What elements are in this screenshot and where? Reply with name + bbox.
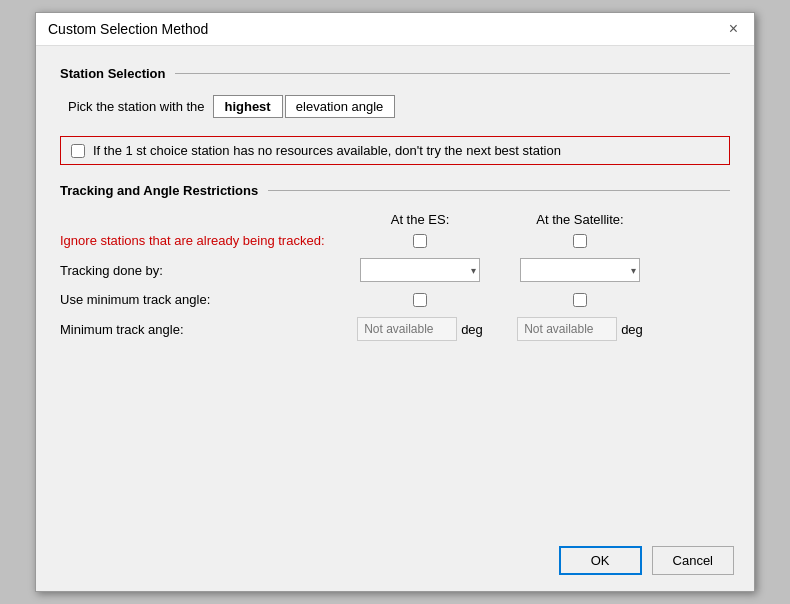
title-bar: Custom Selection Method × bbox=[36, 13, 754, 46]
pick-station-label: Pick the station with the bbox=[68, 99, 205, 114]
deg-label-sat: deg bbox=[621, 322, 643, 337]
tracking-section-divider bbox=[268, 190, 730, 191]
ignore-stations-label: Ignore stations that are already being t… bbox=[60, 233, 340, 248]
highest-button[interactable]: highest bbox=[213, 95, 283, 118]
min-track-angle-es-input[interactable] bbox=[357, 317, 457, 341]
deg-label-es: deg bbox=[461, 322, 483, 337]
ignore-stations-sat-cell bbox=[500, 234, 660, 248]
close-button[interactable]: × bbox=[725, 21, 742, 37]
tracking-done-es-select-wrapper: ▾ bbox=[360, 258, 480, 282]
min-track-angle-value-row: Minimum track angle: deg deg bbox=[60, 317, 730, 341]
tracking-done-sat-cell: ▾ bbox=[500, 258, 660, 282]
elevation-angle-button[interactable]: elevation angle bbox=[285, 95, 395, 118]
dialog-footer: OK Cancel bbox=[36, 536, 754, 591]
tracking-done-es-select[interactable] bbox=[360, 258, 480, 282]
col-header-satellite: At the Satellite: bbox=[500, 212, 660, 227]
min-track-angle-sat-checkbox[interactable] bbox=[573, 293, 587, 307]
min-track-angle-value-cells: deg deg bbox=[340, 317, 730, 341]
ignore-stations-sat-checkbox[interactable] bbox=[573, 234, 587, 248]
station-selection-header: Station Selection bbox=[60, 66, 730, 81]
tracking-done-sat-select[interactable] bbox=[520, 258, 640, 282]
no-fallback-checkbox-row: If the 1 st choice station has no resour… bbox=[60, 136, 730, 165]
min-track-angle-es-value-cell: deg bbox=[340, 317, 500, 341]
tracking-done-es-cell: ▾ bbox=[340, 258, 500, 282]
min-track-angle-cells bbox=[340, 293, 730, 307]
ignore-stations-es-checkbox[interactable] bbox=[413, 234, 427, 248]
dialog-title: Custom Selection Method bbox=[48, 21, 208, 37]
min-track-angle-row: Use minimum track angle: bbox=[60, 292, 730, 307]
tracking-col-headers: At the ES: At the Satellite: bbox=[340, 212, 730, 227]
min-track-angle-sat-value-cell: deg bbox=[500, 317, 660, 341]
no-fallback-checkbox[interactable] bbox=[71, 144, 85, 158]
min-track-angle-es-cell bbox=[340, 293, 500, 307]
tracking-done-row: Tracking done by: ▾ ▾ bbox=[60, 258, 730, 282]
min-track-angle-es-checkbox[interactable] bbox=[413, 293, 427, 307]
station-selection-title: Station Selection bbox=[60, 66, 165, 81]
ignore-stations-row: Ignore stations that are already being t… bbox=[60, 233, 730, 248]
cancel-button[interactable]: Cancel bbox=[652, 546, 734, 575]
min-track-angle-value-label: Minimum track angle: bbox=[60, 322, 340, 337]
station-selection-row: Pick the station with the highest elevat… bbox=[60, 95, 730, 118]
dialog-body: Station Selection Pick the station with … bbox=[36, 46, 754, 536]
min-track-angle-sat-input[interactable] bbox=[517, 317, 617, 341]
col-header-es: At the ES: bbox=[340, 212, 500, 227]
station-section-divider bbox=[175, 73, 730, 74]
min-track-angle-label: Use minimum track angle: bbox=[60, 292, 340, 307]
tracking-section-title: Tracking and Angle Restrictions bbox=[60, 183, 258, 198]
min-track-angle-sat-cell bbox=[500, 293, 660, 307]
tracking-section-header: Tracking and Angle Restrictions bbox=[60, 183, 730, 198]
tracking-done-label: Tracking done by: bbox=[60, 263, 340, 278]
tracking-grid: At the ES: At the Satellite: Ignore stat… bbox=[60, 212, 730, 341]
no-fallback-label: If the 1 st choice station has no resour… bbox=[93, 143, 561, 158]
ignore-stations-es-cell bbox=[340, 234, 500, 248]
ok-button[interactable]: OK bbox=[559, 546, 642, 575]
tracking-done-cells: ▾ ▾ bbox=[340, 258, 730, 282]
dialog: Custom Selection Method × Station Select… bbox=[35, 12, 755, 592]
tracking-done-sat-select-wrapper: ▾ bbox=[520, 258, 640, 282]
ignore-stations-cells bbox=[340, 234, 730, 248]
